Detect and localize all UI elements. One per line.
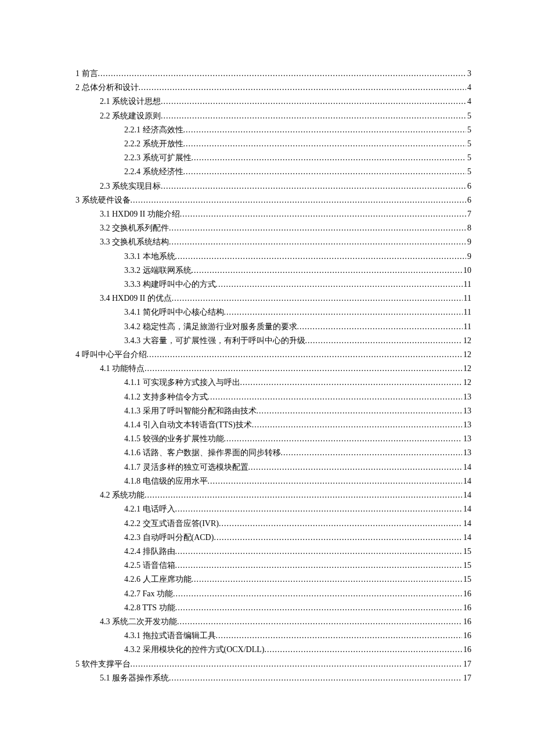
toc-entry: 4.2.6 人工座席功能15 <box>75 573 471 586</box>
document-page: 1 前言32 总体分析和设计42.1 系统设计思想42.2 系统建设原则52.2… <box>0 0 534 743</box>
toc-entry-title: 4.2.3 自动呼叫分配(ACD) <box>124 531 214 545</box>
toc-leader-dots <box>180 207 466 221</box>
toc-entry-page: 16 <box>462 615 471 629</box>
toc-leader-dots <box>297 320 463 334</box>
toc-leader-dots <box>139 81 467 95</box>
toc-entry-page: 6 <box>466 193 471 207</box>
toc-entry-title: 2.2.1 经济高效性 <box>124 123 183 137</box>
toc-entry-page: 16 <box>462 629 471 643</box>
toc-leader-dots <box>145 362 462 376</box>
toc-entry-title: 4.1.3 采用了呼叫智能分配和路由技术 <box>124 404 257 418</box>
toc-entry-page: 17 <box>462 657 471 671</box>
toc-entry-page: 12 <box>462 376 471 390</box>
toc-leader-dots <box>177 615 462 629</box>
toc-entry-page: 14 <box>462 531 471 545</box>
toc-leader-dots <box>281 446 463 460</box>
toc-entry-page: 9 <box>466 235 471 249</box>
toc-leader-dots <box>169 671 462 685</box>
toc-entry-title: 3.3 交换机系统结构 <box>100 235 169 249</box>
toc-entry-page: 14 <box>462 460 471 474</box>
toc-entry-title: 3.4.1 简化呼叫中心核心结构 <box>124 305 224 319</box>
toc-leader-dots <box>305 334 463 348</box>
toc-entry-title: 4.2.2 交互式语音应答(IVR) <box>124 517 219 531</box>
toc-entry-title: 3.4.3 大容量，可扩展性强，有利于呼叫中心的升级 <box>124 334 305 348</box>
toc-entry: 4.1.4 引入自动文本转语音(TTS)技术13 <box>75 418 471 432</box>
toc-leader-dots <box>265 643 463 657</box>
toc-leader-dots <box>248 460 463 474</box>
toc-entry: 3.4.3 大容量，可扩展性强，有利于呼叫中心的升级12 <box>75 334 471 348</box>
toc-entry-page: 17 <box>462 671 471 685</box>
toc-entry: 4.1.7 灵活多样的独立可选模块配置14 <box>75 460 471 474</box>
toc-entry: 4.1.2 支持多种信令方式13 <box>75 390 471 404</box>
toc-leader-dots <box>175 545 463 559</box>
toc-entry-title: 3.4 HXD09 II 的优点 <box>100 291 172 305</box>
toc-entry-title: 4.1.7 灵活多样的独立可选模块配置 <box>124 460 248 474</box>
toc-entry-title: 2.3 系统实现目标 <box>100 179 161 193</box>
toc-leader-dots <box>161 109 466 123</box>
toc-entry-title: 1 前言 <box>75 67 98 81</box>
toc-entry-page: 12 <box>462 334 471 348</box>
toc-entry-title: 2.2.4 系统经济性 <box>124 165 183 179</box>
toc-entry: 5.1 服务器操作系统17 <box>75 671 471 685</box>
toc-entry-title: 4.1.5 较强的业务扩展性功能 <box>124 432 224 446</box>
toc-entry-page: 11 <box>463 305 471 319</box>
toc-entry-page: 14 <box>462 502 471 516</box>
toc-entry: 4.2.8 TTS 功能16 <box>75 601 471 615</box>
toc-entry: 2.2 系统建设原则5 <box>75 109 471 123</box>
toc-entry: 4.2 系统功能14 <box>75 488 471 502</box>
toc-entry: 2.2.4 系统经济性5 <box>75 165 471 179</box>
toc-leader-dots <box>183 123 467 137</box>
toc-entry-page: 15 <box>462 559 471 573</box>
toc-entry-title: 4.1.1 可实现多种方式接入与呼出 <box>124 376 240 390</box>
toc-entry-page: 11 <box>463 320 471 334</box>
toc-entry-page: 14 <box>462 488 471 502</box>
toc-entry-title: 4 呼叫中心平台介绍 <box>75 348 147 362</box>
toc-entry-page: 3 <box>466 67 471 81</box>
toc-entry-page: 5 <box>466 137 471 151</box>
toc-entry-title: 2.2.2 系统开放性 <box>124 137 183 151</box>
toc-entry-page: 5 <box>466 123 471 137</box>
toc-entry-page: 14 <box>462 517 471 531</box>
toc-entry-page: 5 <box>466 165 471 179</box>
toc-entry: 3.4.2 稳定性高，满足旅游行业对服务质量的要求11 <box>75 320 471 334</box>
toc-entry-page: 12 <box>462 348 471 362</box>
toc-entry-page: 15 <box>462 545 471 559</box>
toc-entry-page: 14 <box>462 474 471 488</box>
toc-entry: 2.2.2 系统开放性5 <box>75 137 471 151</box>
toc-entry-page: 15 <box>462 573 471 586</box>
table-of-contents: 1 前言32 总体分析和设计42.1 系统设计思想42.2 系统建设原则52.2… <box>75 67 471 685</box>
toc-leader-dots <box>145 488 462 502</box>
toc-leader-dots <box>192 573 463 586</box>
toc-entry: 4.3.2 采用模块化的控件方式(OCX/DLL)16 <box>75 643 471 657</box>
toc-entry-title: 2.2.3 系统可扩展性 <box>124 151 192 165</box>
toc-entry: 4.2.4 排队路由15 <box>75 545 471 559</box>
toc-entry-title: 3.1 HXD09 II 功能介绍 <box>100 207 180 221</box>
toc-entry-page: 5 <box>466 151 471 165</box>
toc-entry: 4.2.1 电话呼入14 <box>75 502 471 516</box>
toc-leader-dots <box>216 629 463 643</box>
toc-entry-page: 10 <box>462 264 471 278</box>
toc-entry-page: 13 <box>462 390 471 404</box>
toc-entry-title: 4.1.8 电信级的应用水平 <box>124 474 208 488</box>
toc-entry-page: 8 <box>466 221 471 235</box>
toc-leader-dots <box>161 179 466 193</box>
toc-entry: 4.1.3 采用了呼叫智能分配和路由技术13 <box>75 404 471 418</box>
toc-leader-dots <box>208 474 463 488</box>
toc-leader-dots <box>216 278 463 291</box>
toc-leader-dots <box>208 390 463 404</box>
toc-entry: 3 系统硬件设备6 <box>75 193 471 207</box>
toc-leader-dots <box>192 264 463 278</box>
toc-leader-dots <box>173 587 462 601</box>
toc-entry: 4.1.1 可实现多种方式接入与呼出12 <box>75 376 471 390</box>
toc-entry: 3.3.2 远端联网系统10 <box>75 264 471 278</box>
toc-leader-dots <box>175 601 462 615</box>
toc-entry: 4.3.1 拖拉式语音编辑工具16 <box>75 629 471 643</box>
toc-entry: 2.2.1 经济高效性5 <box>75 123 471 137</box>
toc-entry-title: 2 总体分析和设计 <box>75 81 139 95</box>
toc-leader-dots <box>147 348 463 362</box>
toc-entry: 3.4.1 简化呼叫中心核心结构11 <box>75 305 471 319</box>
toc-leader-dots <box>252 418 462 432</box>
toc-entry-title: 3.2 交换机系列配件 <box>100 221 169 235</box>
toc-entry-page: 7 <box>466 207 471 221</box>
toc-entry-title: 3.3.1 本地系统 <box>124 250 175 264</box>
